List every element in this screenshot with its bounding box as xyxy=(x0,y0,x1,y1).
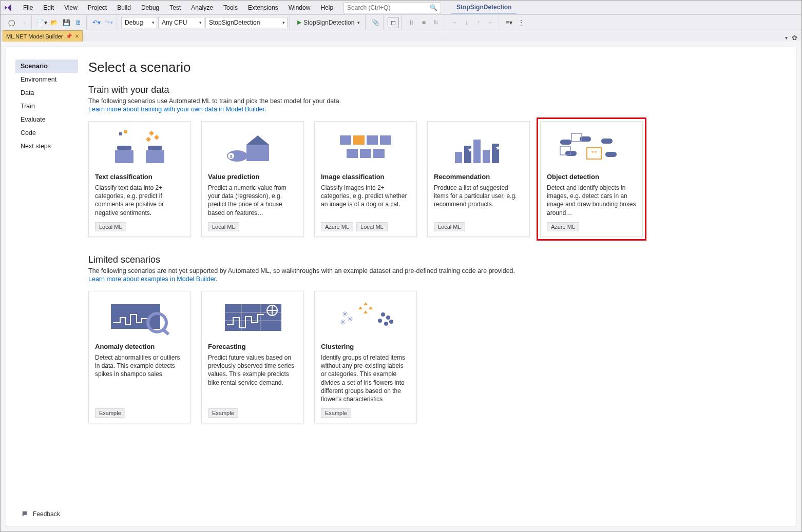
startup-project-dropdown[interactable]: StopSignDetection xyxy=(205,17,288,28)
menu-edit[interactable]: Edit xyxy=(38,2,59,13)
limited-cards-row: Anomaly detectionDetect abnormalities or… xyxy=(88,291,780,423)
step-into-button: → xyxy=(448,17,460,28)
page-heading: Select a scenario xyxy=(88,60,780,75)
scenario-description: Produce a list of suggested items for a … xyxy=(434,184,523,217)
scenario-card-value-prediction[interactable]: $Value predictionPredict a numeric value… xyxy=(201,121,304,237)
menu-build[interactable]: Build xyxy=(112,2,136,13)
scenario-card-recommendation[interactable]: ★★RecommendationProduce a list of sugges… xyxy=(427,121,530,237)
menu-tools[interactable]: Tools xyxy=(218,2,243,13)
tab-overflow-dropdown-icon[interactable]: ▾ xyxy=(785,35,788,41)
step-back-button: ← xyxy=(485,17,497,28)
toolbox-button-a[interactable]: ≡▾ xyxy=(503,17,514,28)
save-all-button[interactable]: 🗎 xyxy=(73,17,84,28)
scenario-card-anomaly-detection[interactable]: Anomaly detectionDetect abnormalities or… xyxy=(88,291,191,423)
scenario-card-clustering[interactable]: ✳✳✳ ClusteringIdentify groups of related… xyxy=(314,291,417,423)
section1-subtitle: The following scenarios use Automated ML… xyxy=(88,97,780,105)
menu-debug[interactable]: Debug xyxy=(136,2,164,13)
scenario-description: Predict future values based on previousl… xyxy=(208,353,297,403)
menu-view[interactable]: View xyxy=(59,2,83,13)
vs-logo-icon xyxy=(4,3,14,13)
step-environment[interactable]: Environment xyxy=(15,73,78,86)
scenario-title: Object detection xyxy=(547,173,636,181)
undo-button[interactable]: ↶▾ xyxy=(91,17,102,28)
nav-back-button[interactable]: ◯ xyxy=(6,17,17,28)
scenario-tags: Local ML xyxy=(434,222,523,231)
svg-rect-18 xyxy=(347,149,358,158)
scenario-tag: Azure ML xyxy=(547,222,579,231)
scenario-card-object-detection[interactable]: Object detectionDetect and identify obje… xyxy=(540,121,643,237)
section1-link[interactable]: Learn more about training with your own … xyxy=(88,106,780,113)
svg-point-50 xyxy=(389,320,393,324)
live-share-button[interactable]: ◻ xyxy=(388,17,399,28)
step-out-button: ↑ xyxy=(473,17,484,28)
svg-rect-1 xyxy=(117,146,131,150)
scenario-title: Image classification xyxy=(321,173,410,181)
scenario-tags: Example xyxy=(208,408,297,418)
open-file-button[interactable]: 📂 xyxy=(48,17,60,28)
svg-text:★: ★ xyxy=(468,147,473,153)
step-train[interactable]: Train xyxy=(15,100,78,113)
step-next-steps[interactable]: Next steps xyxy=(15,140,78,153)
feedback-icon xyxy=(22,510,29,518)
document-tab-mlnet[interactable]: ML.NET Model Builder 📌 ✕ xyxy=(3,30,83,42)
pin-icon[interactable]: 📌 xyxy=(66,33,72,39)
scenario-tag: Azure ML xyxy=(321,222,353,231)
step-scenario[interactable]: Scenario xyxy=(15,60,78,73)
step-code[interactable]: Code xyxy=(15,126,78,140)
redo-button[interactable]: ↷▾ xyxy=(103,17,114,28)
scenario-title: Value prediction xyxy=(208,173,297,181)
scenario-tags: Example xyxy=(95,408,184,418)
start-debugging-button[interactable]: ▶ StopSignDetection ▾ xyxy=(294,17,363,28)
solution-name: StopSignDetection xyxy=(451,2,517,14)
search-input[interactable] xyxy=(347,4,430,11)
menu-project[interactable]: Project xyxy=(83,2,112,13)
scenario-tags: Local ML xyxy=(208,222,297,231)
scenario-card-forecasting[interactable]: ForecastingPredict future values based o… xyxy=(201,291,304,423)
step-data[interactable]: Data xyxy=(15,86,78,100)
scenario-tags: Azure MLLocal ML xyxy=(321,222,410,231)
scenario-tag: Local ML xyxy=(434,222,465,231)
svg-text:$: $ xyxy=(230,154,232,159)
close-icon[interactable]: ✕ xyxy=(75,33,79,39)
scenario-tag: Example xyxy=(321,408,351,418)
svg-marker-42 xyxy=(364,302,368,305)
scenario-tags: Example xyxy=(321,408,410,418)
menu-extensions[interactable]: Extensions xyxy=(243,2,283,13)
scenario-card-text-classification[interactable]: Text classificationClassify text data in… xyxy=(88,121,191,237)
svg-point-47 xyxy=(386,316,390,320)
svg-marker-45 xyxy=(364,310,368,313)
section2-title: Limited scenarios xyxy=(88,254,780,265)
menu-analyze[interactable]: Analyze xyxy=(186,2,218,13)
tab-settings-icon[interactable]: ✿ xyxy=(792,34,797,42)
step-evaluate[interactable]: Evaluate xyxy=(15,113,78,126)
attach-button[interactable]: 📎 xyxy=(370,17,381,28)
svg-point-46 xyxy=(381,312,385,317)
section2-subtitle: The following scenarios are not yet supp… xyxy=(88,267,780,274)
svg-rect-4 xyxy=(119,132,122,135)
menu-items: FileEditViewProjectBuildDebugTestAnalyze… xyxy=(18,2,338,13)
menu-test[interactable]: Test xyxy=(164,2,186,13)
section2-link[interactable]: Learn more about examples in Model Build… xyxy=(88,275,780,283)
toolbox-button-b[interactable]: ⋮ xyxy=(515,17,527,28)
scenario-description: Identify groups of related items without… xyxy=(321,353,410,403)
menu-window[interactable]: Window xyxy=(283,2,316,13)
scenario-title: Recommendation xyxy=(434,173,523,181)
menu-help[interactable]: Help xyxy=(315,2,338,13)
scenario-card-image-classification[interactable]: Image classificationClassify images into… xyxy=(314,121,417,237)
scenario-illustration xyxy=(95,298,184,338)
quick-launch-search[interactable]: 🔍 xyxy=(343,2,441,13)
steps-nav: ScenarioEnvironmentDataTrainEvaluateCode… xyxy=(6,60,78,526)
scenario-title: Anomaly detection xyxy=(95,343,184,350)
configuration-dropdown[interactable]: Debug xyxy=(121,17,157,28)
menu-file[interactable]: File xyxy=(18,2,38,13)
scenario-description: Classify text data into 2+ categories, e… xyxy=(95,184,184,217)
save-button[interactable]: 💾 xyxy=(61,17,72,28)
svg-rect-9 xyxy=(246,145,269,161)
feedback-link[interactable]: Feedback xyxy=(22,510,60,518)
new-item-button[interactable]: 📄▾ xyxy=(36,17,47,28)
nav-forward-button[interactable]: → xyxy=(18,17,29,28)
scenario-cards-row: Text classificationClassify text data in… xyxy=(88,121,780,237)
svg-marker-43 xyxy=(358,306,362,309)
search-icon: 🔍 xyxy=(430,4,437,11)
platform-dropdown[interactable]: Any CPU xyxy=(158,17,204,28)
